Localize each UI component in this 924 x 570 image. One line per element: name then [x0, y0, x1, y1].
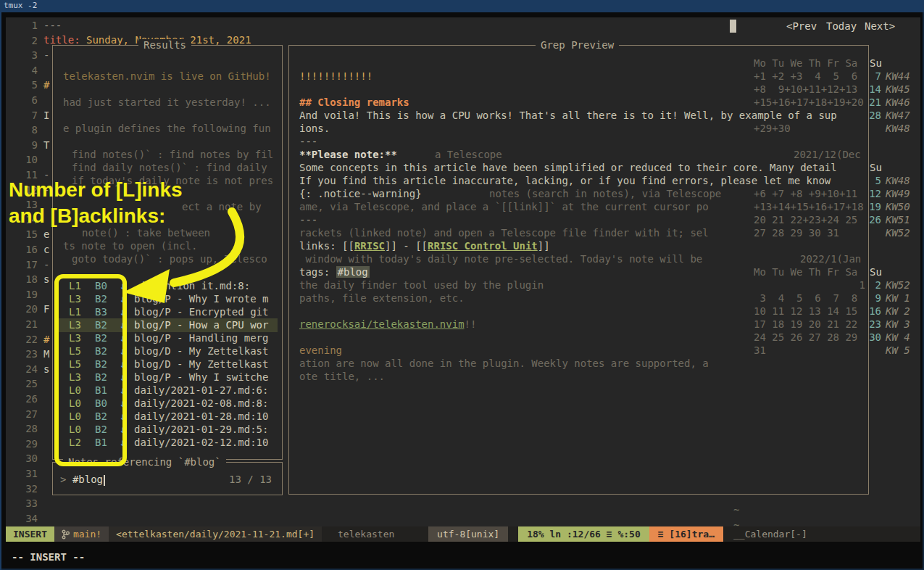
- sunday-date[interactable]: 9: [867, 292, 881, 305]
- sunday-date[interactable]: 7: [867, 70, 881, 83]
- calendar-scrollbar-thumb[interactable]: [730, 20, 736, 33]
- buffer-edge-char: I: [43, 109, 49, 122]
- sunday-date[interactable]: 21: [867, 96, 881, 109]
- rrisc-control-unit-link: RRISC Control Unit: [428, 240, 538, 252]
- gutter-line-number: 23: [6, 347, 38, 360]
- gutter-line-number: 17: [6, 258, 38, 271]
- sunday-date[interactable]: 26: [867, 213, 881, 226]
- buffer-edge-char: F: [43, 302, 49, 315]
- calendar-days-ghost: 3 4 5 6 7 8: [754, 292, 865, 305]
- calendar-days-ghost: 10 11 12 13 14 15: [754, 305, 865, 318]
- entry-filename: daily/2021-01-28.md:10: [134, 410, 268, 423]
- gutter-line-number: 1: [6, 19, 38, 32]
- gutter-line-number: 10: [6, 153, 38, 166]
- buffer-edge-char: #: [43, 333, 49, 346]
- tags-label: tags:: [299, 266, 336, 278]
- sunday-date[interactable]: 30: [867, 331, 881, 344]
- calendar-days-ghost: 20 21 22+23+24 25: [754, 213, 865, 226]
- rrisc-link: RRISC: [354, 240, 385, 252]
- calendar-days-ghost: 27 28 29 30 31: [754, 226, 865, 239]
- week-number: KW 3: [886, 318, 910, 331]
- empty-line-tilde: ~: [733, 503, 739, 516]
- entry-filename: …i mention it.md:8:: [134, 279, 250, 292]
- calendar-month-header: 2021/12(Dec: [794, 148, 861, 161]
- preview-line: the daily finder tool used by the plugin: [299, 278, 544, 292]
- calendar-sunday-header: Su: [870, 265, 882, 278]
- week-number: KW50: [886, 200, 910, 213]
- gutter-line-number: 16: [6, 243, 38, 256]
- calendar-sunday-header: Su: [870, 161, 882, 174]
- entry-filename: blog/D - My Zettelkast: [134, 358, 268, 371]
- preview-line: tags: #blog: [299, 265, 370, 278]
- calendar-days-ghost: +8 9+10+11+12+13: [754, 83, 865, 96]
- preview-line: links: [[RRISC]] - [[RRISC Control Unit]…: [299, 239, 550, 252]
- preview-line: ation are now all done in the plugin. We…: [299, 357, 709, 370]
- gutter-line-number: 7: [6, 109, 38, 122]
- calendar-days-ghost: +15+16+17+18+19+20: [754, 96, 865, 109]
- gutter-line-number: 18: [6, 273, 38, 286]
- buffer-edge-char: M: [43, 347, 49, 360]
- gutter-line-number: 15: [6, 228, 38, 241]
- preview-line: renerocksai/telekasten.nvim!!: [299, 318, 476, 331]
- week-number: KW 2: [886, 305, 910, 318]
- buffer-line3: -: [43, 49, 49, 62]
- ghost-text: !!: [465, 318, 477, 330]
- calendar-days-ghost: 24 25 26 27 28 29: [754, 331, 865, 344]
- sunday-date[interactable]: 12: [867, 187, 881, 200]
- entry-filename: daily/2021-01-29.md:5:: [134, 423, 268, 436]
- preview-line: ---: [299, 213, 317, 226]
- calendar-next-button[interactable]: Next>: [865, 20, 895, 33]
- sunday-date[interactable]: 19: [867, 200, 881, 213]
- entry-filename: daily/2021-01-27.md:6:: [134, 384, 268, 397]
- ghost-text: find daily notes()` : find daily: [72, 161, 267, 174]
- sunday-date[interactable]: 23: [867, 318, 881, 331]
- gutter-line-number: 29: [6, 437, 38, 450]
- buffer-edge-char: -: [43, 258, 49, 271]
- prompt-window: Notes referencing `#blog` > #blog 13 / 1…: [52, 462, 283, 495]
- gutter-line-number: 20: [6, 302, 38, 315]
- buffer-edge-char: T: [43, 139, 49, 152]
- entry-filename: blog/P - Handling merg: [134, 331, 268, 344]
- gutter-line-number: 6: [6, 94, 38, 107]
- plugin-name: telekasten: [338, 526, 394, 542]
- gutter-line-number: 24: [6, 363, 38, 376]
- sunday-date[interactable]: 28: [867, 109, 881, 122]
- preview-line: !!!!!!!!!!!!: [299, 70, 372, 83]
- annotation-text-line1: Number of [L]inks: [9, 178, 183, 202]
- yaml-delimiter: ---: [43, 19, 62, 32]
- sunday-date[interactable]: 16: [867, 305, 881, 318]
- entry-filename: blog/P - Why I switche: [134, 371, 268, 384]
- sunday-date[interactable]: 14: [867, 83, 881, 96]
- ghost-text: find notes()` : find notes by fil: [72, 148, 273, 161]
- ghost-text: notes (search in notes), via Telescope: [489, 187, 721, 200]
- week-number: KW47: [886, 109, 910, 122]
- buffer-edge-char: s: [43, 273, 49, 286]
- week-number: KW48: [886, 122, 910, 135]
- calendar-today-button[interactable]: Today: [826, 20, 857, 33]
- terminal-screen: tmux -2 12345678910111213141516171819202…: [0, 0, 924, 570]
- sunday-date[interactable]: 5: [867, 174, 881, 187]
- calendar-days-ghost: 17 18 19 20 21 22: [754, 318, 865, 331]
- blog-tag: #blog: [336, 266, 370, 278]
- buffer-edge-char: s: [43, 363, 49, 376]
- preview-line: window with today's daily note pre-selec…: [299, 252, 702, 265]
- gutter-line-number: 27: [6, 408, 38, 421]
- preview-line: ame, via Telescope, and place a `[[link]…: [299, 200, 709, 213]
- preview-line: Some concepts in this article have been …: [299, 161, 837, 174]
- preview-line: And voila! This is how a CPU works! That…: [299, 109, 837, 122]
- week-number: KW52: [886, 226, 910, 239]
- calendar-prev-button[interactable]: <Prev: [786, 20, 817, 33]
- statusline: INSERT main! <ettelkasten/daily/2021-11-…: [6, 526, 920, 542]
- preview-line: {: .notice--warning}notes (search in not…: [299, 187, 422, 200]
- search-input[interactable]: > #blog: [60, 473, 105, 486]
- match-counter: 13 / 13: [229, 473, 272, 486]
- window-title: tmux -2: [4, 1, 37, 10]
- git-branch-segment: main!: [54, 526, 109, 542]
- sunday-date[interactable]: 2: [867, 278, 881, 292]
- encoding-segment: utf-8[unix]: [428, 526, 508, 542]
- calendar-days-ghost: 1: [754, 278, 865, 292]
- buffer-edge-char: c: [43, 243, 49, 256]
- preview-title: Grep Preview: [536, 39, 619, 51]
- calendar-days-ghost: +6 +7 +8 +9+10+11: [754, 187, 865, 200]
- preview-line: ## Closing remarks: [299, 96, 409, 109]
